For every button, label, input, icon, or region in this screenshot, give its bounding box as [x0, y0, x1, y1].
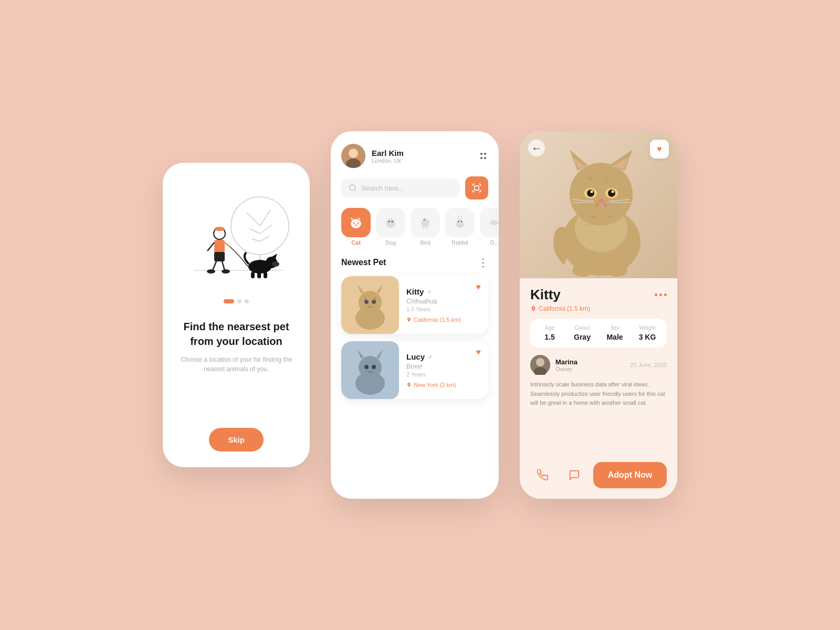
lucy-location: New York (2 km) [406, 382, 481, 388]
svg-line-30 [354, 190, 356, 191]
avatar-placeholder [341, 144, 365, 168]
category-dog-label: Dog [385, 239, 396, 246]
adopt-now-button[interactable]: Adopt Now [593, 462, 667, 488]
pet-kitty-info: Kitty ♂ Chihuahua 1.5 Years California (… [399, 281, 488, 329]
search-icon [349, 184, 357, 192]
detail-actions: Adopt Now [520, 455, 677, 499]
search-row: Search here... [331, 176, 499, 200]
svg-rect-25 [264, 272, 267, 278]
svg-rect-23 [251, 272, 255, 278]
phone-icon [537, 469, 549, 481]
search-placeholder: Search here... [361, 184, 404, 192]
svg-point-71 [572, 264, 593, 277]
svg-line-5 [260, 225, 272, 234]
svg-line-7 [260, 236, 269, 242]
svg-line-2 [247, 213, 260, 226]
menu-button[interactable] [478, 151, 488, 161]
svg-point-27 [349, 149, 358, 158]
dot-inactive-1 [237, 299, 242, 303]
category-bird-label: Bird [420, 239, 430, 246]
svg-point-32 [351, 219, 361, 228]
call-button[interactable] [530, 463, 555, 488]
kitty-breed: Chihuahua [406, 298, 481, 305]
user-name: Earl Kim [372, 149, 472, 158]
stat-age-label: Age [536, 325, 564, 331]
lucy-age: 2 Years [406, 371, 481, 377]
detail-screen: ← ♥ Kitty California (1.5 km) Age 1.5 [520, 131, 677, 499]
detail-hero-image: ← ♥ [520, 131, 677, 278]
scan-button[interactable] [465, 176, 488, 200]
cat-icon-cat [341, 208, 371, 237]
svg-point-29 [350, 185, 355, 191]
svg-line-4 [249, 228, 260, 234]
category-bird[interactable]: Bird [411, 208, 440, 246]
kitty-gender: ♂ [427, 288, 432, 296]
svg-point-19 [222, 269, 230, 274]
section-header: Newest Pet ⋮ [331, 256, 499, 269]
skip-button[interactable]: Skip [209, 428, 264, 452]
svg-point-18 [207, 269, 215, 274]
owner-avatar [530, 355, 550, 375]
pet-description: Intrinsicly scale business data after vi… [530, 380, 667, 408]
svg-rect-13 [214, 252, 225, 261]
owner-name: Marina [555, 358, 625, 366]
lucy-gender: ♂ [428, 353, 433, 361]
svg-line-42 [423, 227, 424, 229]
detail-pet-location: California (1.5 km) [539, 305, 590, 312]
onboard-subtitle: Choose a location of your for finding th… [178, 355, 294, 374]
svg-line-6 [252, 239, 260, 242]
svg-point-46 [458, 221, 459, 222]
pet-card-kitty[interactable]: Kitty ♂ Chihuahua 1.5 Years California (… [341, 276, 488, 334]
stat-sex: Sex Male [601, 325, 629, 341]
page-indicator [224, 299, 249, 303]
category-fish-label: D... [490, 239, 499, 246]
stat-colour-label: Colour [568, 325, 596, 331]
cat-icon-dog [376, 208, 405, 237]
svg-rect-31 [475, 186, 479, 190]
dot-active [224, 299, 234, 303]
category-rabbit[interactable]: Rabbit [445, 208, 475, 246]
detail-pet-name: Kitty [530, 287, 561, 303]
svg-line-16 [213, 261, 216, 270]
svg-rect-24 [257, 272, 261, 278]
svg-point-40 [423, 218, 428, 223]
kitty-favorite[interactable]: ♥ [476, 282, 481, 292]
svg-point-47 [461, 221, 462, 222]
more-dots[interactable]: ⋮ [478, 256, 488, 269]
svg-line-15 [225, 243, 230, 247]
onboard-title: Find the nearsest pet from your location [178, 319, 294, 349]
screens-container: Find the nearsest pet from your location… [142, 100, 698, 530]
user-info: Earl Kim London, Uk [372, 149, 472, 164]
owner-row: Marina Owner 25 June, 2020 [530, 355, 667, 375]
location-icon [530, 306, 537, 312]
illustration [178, 184, 294, 289]
pet-cards-list: Kitty ♂ Chihuahua 1.5 Years California (… [331, 276, 499, 410]
cat-icon-rabbit [445, 208, 475, 237]
chat-button[interactable] [562, 463, 587, 488]
stat-sex-value: Male [601, 333, 629, 341]
owner-info: Marina Owner [555, 358, 625, 372]
pet-card-lucy[interactable]: Lucy ♂ Boxer 2 Years New York (2 km) ♥ [341, 341, 488, 399]
stat-colour: Colour Gray [568, 325, 596, 341]
lucy-favorite[interactable]: ♥ [476, 348, 481, 357]
search-box[interactable]: Search here... [341, 178, 460, 197]
kitty-age: 1.5 Years [406, 306, 481, 312]
svg-point-72 [606, 264, 627, 277]
favorite-button[interactable]: ♥ [650, 140, 669, 159]
svg-point-33 [353, 223, 355, 224]
owner-role: Owner [555, 366, 625, 372]
cat-icon-bird [411, 208, 440, 237]
svg-line-3 [260, 210, 270, 226]
svg-point-63 [587, 190, 594, 197]
category-fish[interactable]: D... [480, 208, 499, 246]
category-cat[interactable]: Cat [341, 208, 371, 246]
detail-location-row: California (1.5 km) [530, 305, 667, 312]
back-button[interactable]: ← [528, 140, 545, 156]
svg-point-66 [612, 191, 614, 193]
category-dog[interactable]: Dog [376, 208, 405, 246]
categories: Cat Dog [331, 208, 499, 246]
browse-header: Earl Kim London, Uk [331, 131, 499, 176]
svg-point-65 [591, 191, 593, 193]
svg-point-56 [372, 365, 376, 369]
svg-rect-12 [214, 240, 225, 254]
